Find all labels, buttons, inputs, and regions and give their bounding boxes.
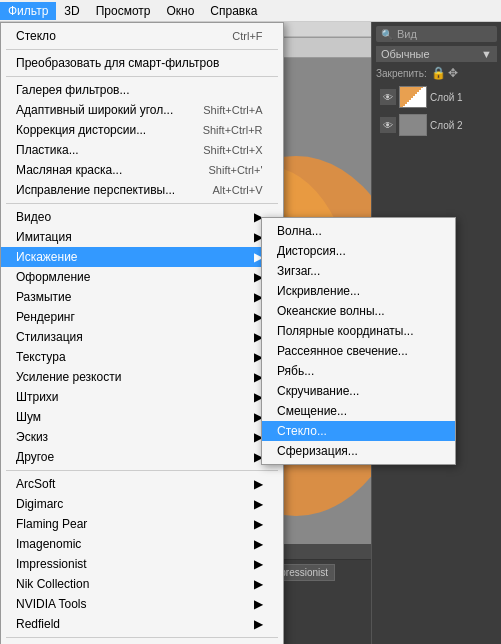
submenu-twist-label: Скручивание...	[277, 384, 359, 398]
submenu-warp-label: Искривление...	[277, 284, 360, 298]
lock-icon[interactable]: 🔒	[431, 66, 446, 80]
layer-name-2: Слой 2	[430, 120, 463, 131]
menu-item-strokes-label: Штрихи	[16, 390, 59, 404]
submenu-glass[interactable]: Стекло...	[262, 421, 455, 441]
lock-label: Закрепить:	[376, 68, 427, 79]
menu-item-distortion[interactable]: Искажение ▶	[1, 247, 283, 267]
menu-item-imitation[interactable]: Имитация ▶	[1, 227, 283, 247]
menu-item-sharpen[interactable]: Усиление резкости ▶	[1, 367, 283, 387]
submenu-warp[interactable]: Искривление...	[262, 281, 455, 301]
menu-view[interactable]: Просмотр	[88, 2, 159, 20]
submenu-shift-label: Смещение...	[277, 404, 347, 418]
menu-item-nvidia[interactable]: NVIDIA Tools ▶	[1, 594, 283, 614]
menu-item-gallery[interactable]: Галерея фильтров...	[1, 80, 283, 100]
menu-item-arcsoft-label: ArcSoft	[16, 477, 55, 491]
layer-eye-2[interactable]: 👁	[380, 117, 396, 133]
menu-item-rendering[interactable]: Рендеринг ▶	[1, 307, 283, 327]
menu-item-adaptive[interactable]: Адаптивный широкий угол... Shift+Ctrl+A	[1, 100, 283, 120]
menu-item-stylize[interactable]: Стилизация ▶	[1, 327, 283, 347]
menu-window[interactable]: Окно	[158, 2, 202, 20]
menu-item-perspective[interactable]: Исправление перспективы... Alt+Ctrl+V	[1, 180, 283, 200]
flamingpear-arrow-icon: ▶	[254, 517, 263, 531]
menu-item-gallery-label: Галерея фильтров...	[16, 83, 129, 97]
menu-item-smart[interactable]: Преобразовать для смарт-фильтров	[1, 53, 283, 73]
layer-item-1[interactable]: 👁 Слой 1	[376, 84, 497, 110]
filter-dropdown-menu: Стекло Ctrl+F Преобразовать для смарт-фи…	[0, 22, 284, 644]
menu-item-noise[interactable]: Шум ▶	[1, 407, 283, 427]
menu-item-imitation-label: Имитация	[16, 230, 72, 244]
menu-item-imagenomic[interactable]: Imagenomic ▶	[1, 534, 283, 554]
menu-item-flamingpear-label: Flaming Pear	[16, 517, 87, 531]
menu-item-plastic[interactable]: Пластика... Shift+Ctrl+X	[1, 140, 283, 160]
menu-bar: Фильтр 3D Просмотр Окно Справка	[0, 0, 501, 22]
submenu-wave-label: Волна...	[277, 224, 322, 238]
search-icon: 🔍	[381, 29, 393, 40]
layer-item-2[interactable]: 👁 Слой 2	[376, 112, 497, 138]
menu-item-texture[interactable]: Текстура ▶	[1, 347, 283, 367]
submenu-spherize[interactable]: Сферизация...	[262, 441, 455, 461]
menu-item-design-label: Оформление	[16, 270, 90, 284]
separator-2	[6, 76, 278, 77]
menu-item-sketch[interactable]: Эскиз ▶	[1, 427, 283, 447]
submenu-shift[interactable]: Смещение...	[262, 401, 455, 421]
menu-item-arcsoft[interactable]: ArcSoft ▶	[1, 474, 283, 494]
submenu-distortion[interactable]: Дисторсия...	[262, 241, 455, 261]
search-label: Вид	[397, 28, 417, 40]
imagenomic-arrow-icon: ▶	[254, 537, 263, 551]
menu-item-blur-label: Размытие	[16, 290, 71, 304]
menu-item-nvidia-label: NVIDIA Tools	[16, 597, 86, 611]
submenu-zigzag[interactable]: Зигзаг...	[262, 261, 455, 281]
layer-thumb-2	[399, 114, 427, 136]
submenu-polar[interactable]: Полярные координаты...	[262, 321, 455, 341]
menu-item-nikcollection[interactable]: Nik Collection ▶	[1, 574, 283, 594]
separator-4	[6, 470, 278, 471]
menu-3d[interactable]: 3D	[56, 2, 87, 20]
submenu-ripple[interactable]: Рябь...	[262, 361, 455, 381]
menu-item-correction[interactable]: Коррекция дисторсии... Shift+Ctrl+R	[1, 120, 283, 140]
menu-help[interactable]: Справка	[202, 2, 265, 20]
menu-item-strokes[interactable]: Штрихи ▶	[1, 387, 283, 407]
menu-item-plastic-label: Пластика...	[16, 143, 79, 157]
submenu-wave[interactable]: Волна...	[262, 221, 455, 241]
submenu-ripple-label: Рябь...	[277, 364, 314, 378]
menu-item-digimarc[interactable]: Digimarc ▶	[1, 494, 283, 514]
menu-item-blur[interactable]: Размытие ▶	[1, 287, 283, 307]
panel-search[interactable]: 🔍 Вид	[376, 26, 497, 42]
menu-item-glass-shortcut: Ctrl+F	[232, 30, 262, 42]
menu-item-other[interactable]: Другое ▶	[1, 447, 283, 467]
nikcollection-arrow-icon: ▶	[254, 577, 263, 591]
menu-filter[interactable]: Фильтр	[0, 2, 56, 20]
digimarc-arrow-icon: ▶	[254, 497, 263, 511]
menu-item-impressionist[interactable]: Impressionist ▶	[1, 554, 283, 574]
menu-item-correction-shortcut: Shift+Ctrl+R	[203, 124, 263, 136]
separator-1	[6, 49, 278, 50]
menu-item-imagenomic-label: Imagenomic	[16, 537, 81, 551]
submenu-diffuse[interactable]: Рассеянное свечение...	[262, 341, 455, 361]
menu-item-flamingpear[interactable]: Flaming Pear ▶	[1, 514, 283, 534]
layer-thumb-1	[399, 86, 427, 108]
menu-item-redfield[interactable]: Redfield ▶	[1, 614, 283, 634]
layer-eye-1[interactable]: 👁	[380, 89, 396, 105]
menu-item-adaptive-shortcut: Shift+Ctrl+A	[203, 104, 262, 116]
menu-item-video[interactable]: Видео ▶	[1, 207, 283, 227]
menu-item-glass[interactable]: Стекло Ctrl+F	[1, 26, 283, 46]
submenu-glass-label: Стекло...	[277, 424, 327, 438]
submenu-distortion-label: Дисторсия...	[277, 244, 346, 258]
redfield-arrow-icon: ▶	[254, 617, 263, 631]
menu-item-impressionist-label: Impressionist	[16, 557, 87, 571]
separator-5	[6, 637, 278, 638]
menu-item-smart-label: Преобразовать для смарт-фильтров	[16, 56, 219, 70]
move-icon[interactable]: ✥	[448, 66, 458, 80]
menu-item-sharpen-label: Усиление резкости	[16, 370, 121, 384]
submenu-oceanwaves[interactable]: Океанские волны...	[262, 301, 455, 321]
menu-item-distortion-label: Искажение	[16, 250, 78, 264]
menu-item-perspective-shortcut: Alt+Ctrl+V	[212, 184, 262, 196]
menu-item-design[interactable]: Оформление ▶	[1, 267, 283, 287]
menu-item-perspective-label: Исправление перспективы...	[16, 183, 175, 197]
menu-item-stylize-label: Стилизация	[16, 330, 83, 344]
panel-mode-dropdown[interactable]: Обычные ▼	[376, 46, 497, 62]
menu-item-glass-label: Стекло	[16, 29, 56, 43]
menu-item-oilpaint[interactable]: Масляная краска... Shift+Ctrl+'	[1, 160, 283, 180]
panel-mode-label: Обычные	[381, 48, 430, 60]
submenu-twist[interactable]: Скручивание...	[262, 381, 455, 401]
